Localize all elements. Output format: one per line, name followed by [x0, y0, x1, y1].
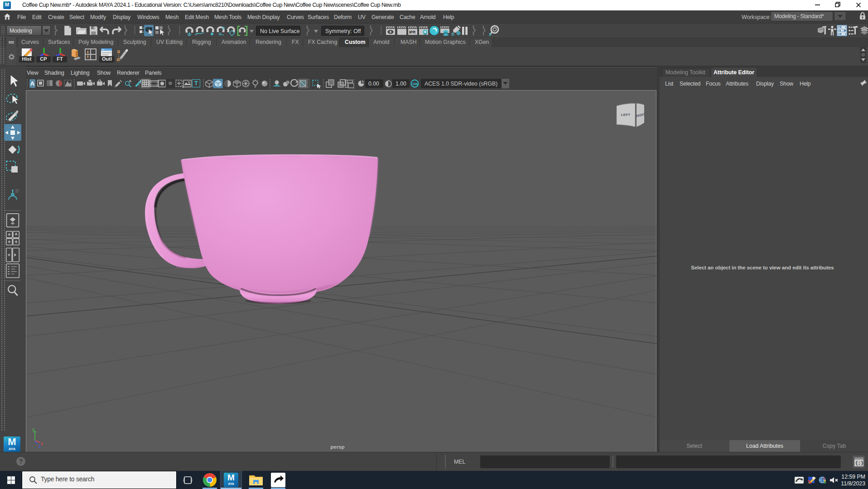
svg-text:z: z: [39, 444, 41, 449]
svg-text:y: y: [32, 427, 34, 432]
svg-text:IPR: IPR: [409, 30, 415, 34]
svg-text:x: x: [489, 32, 492, 36]
svg-text:persp: persp: [330, 444, 344, 450]
svg-text:LEFT: LEFT: [621, 113, 631, 117]
svg-text:x: x: [41, 441, 43, 446]
svg-text:ON: ON: [412, 82, 418, 86]
svg-text:{;}: {;}: [855, 461, 863, 466]
